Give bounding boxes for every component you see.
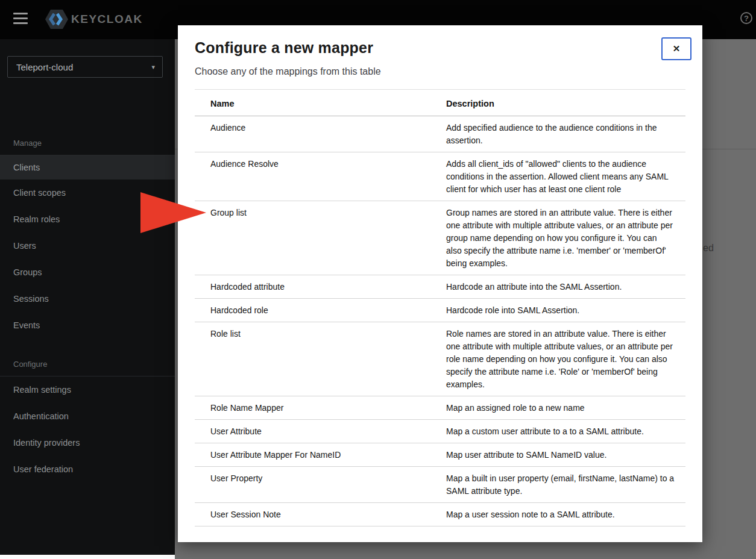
mapper-description: Map a built in user property (email, fir… (430, 467, 685, 503)
sidebar-item-users[interactable]: Users (0, 233, 175, 259)
mapper-description: Map a custom user attribute to a to a SA… (430, 420, 685, 443)
sidebar-item-clients[interactable]: Clients (0, 155, 175, 180)
mapper-row-user-attribute[interactable]: User AttributeMap a custom user attribut… (195, 420, 685, 443)
mapper-name: Role Name Mapper (195, 396, 430, 420)
mapper-description: Add specified audience to the audience c… (430, 116, 685, 152)
sidebar: Teleport-cloud ▾ ManageClientsClient sco… (0, 39, 175, 555)
mapper-row-audience[interactable]: AudienceAdd specified audience to the au… (195, 116, 685, 152)
sidebar-item-events[interactable]: Events (0, 312, 175, 339)
mapper-description: Adds all client_ids of "allowed" clients… (430, 152, 685, 201)
mapper-name: User Attribute Mapper For NameID (195, 443, 430, 467)
mapper-name: Audience (195, 116, 430, 152)
mapper-description: Map an assigned role to a new name (430, 396, 685, 420)
mapper-row-user-property[interactable]: User PropertyMap a built in user propert… (195, 467, 685, 503)
mapper-row-user-session-note[interactable]: User Session NoteMap a user session note… (195, 503, 685, 526)
mapper-name: Hardcoded attribute (195, 275, 430, 299)
mapper-description: Map a user session note to a SAML attrib… (430, 503, 685, 526)
realm-selector[interactable]: Teleport-cloud ▾ (7, 56, 163, 78)
viewport-bottom-strip (0, 555, 175, 559)
red-arrow-annotation (140, 192, 206, 233)
modal-title: Configure a new mapper (195, 39, 685, 57)
realm-selector-value: Teleport-cloud (16, 62, 73, 72)
mapper-name: Audience Resolve (195, 152, 430, 201)
column-header-description: Description (430, 90, 685, 116)
logo-text: KEYCLOAK (71, 13, 143, 26)
sidebar-item-realm-settings[interactable]: Realm settings (0, 376, 175, 403)
mapper-row-audience-resolve[interactable]: Audience ResolveAdds all client_ids of "… (195, 152, 685, 201)
keycloak-logo: KEYCLOAK (45, 8, 143, 30)
sidebar-item-authentication[interactable]: Authentication (0, 403, 175, 429)
configure-mapper-modal: ✕ Configure a new mapper Choose any of t… (178, 25, 702, 542)
mapper-name: User Session Note (195, 503, 430, 526)
mapper-description: Role names are stored in an attribute va… (430, 322, 685, 396)
sidebar-nav: ManageClientsClient scopesRealm rolesUse… (0, 110, 175, 482)
chevron-down-icon: ▾ (151, 63, 155, 71)
sidebar-section-configure: Configure (0, 358, 175, 370)
mapper-row-group-list[interactable]: Group listGroup names are stored in an a… (195, 201, 685, 275)
mapper-row-role-list[interactable]: Role listRole names are stored in an att… (195, 322, 685, 396)
mapper-name: Role list (195, 322, 430, 396)
mapper-name: Hardcoded role (195, 299, 430, 322)
mapper-row-role-name-mapper[interactable]: Role Name MapperMap an assigned role to … (195, 396, 685, 420)
mapper-name: User Attribute (195, 420, 430, 443)
close-icon[interactable]: ✕ (661, 37, 691, 60)
mapper-description: Map user attribute to SAML NameID value. (430, 443, 685, 467)
sidebar-item-user-federation[interactable]: User federation (0, 456, 175, 482)
column-header-name: Name (195, 90, 430, 116)
help-icon[interactable]: ? (740, 12, 752, 24)
sidebar-item-groups[interactable]: Groups (0, 259, 175, 286)
mapper-name: User Property (195, 467, 430, 503)
mapper-row-user-attribute-mapper-for-nameid[interactable]: User Attribute Mapper For NameIDMap user… (195, 443, 685, 467)
mapper-description: Hardcode an attribute into the SAML Asse… (430, 275, 685, 299)
background-text-fragment: ed (703, 243, 714, 254)
modal-subtitle: Choose any of the mappings from this tab… (195, 66, 685, 77)
mapper-table: Name Description AudienceAdd specified a… (195, 90, 685, 526)
mapper-description: Group names are stored in an attribute v… (430, 201, 685, 275)
mapper-row-hardcoded-role[interactable]: Hardcoded roleHardcode role into SAML As… (195, 299, 685, 322)
sidebar-item-sessions[interactable]: Sessions (0, 286, 175, 312)
mapper-name: Group list (195, 201, 430, 275)
sidebar-section-manage: Manage (0, 137, 175, 149)
mapper-row-hardcoded-attribute[interactable]: Hardcoded attributeHardcode an attribute… (195, 275, 685, 299)
keycloak-logo-icon (45, 8, 69, 30)
mapper-description: Hardcode role into SAML Assertion. (430, 299, 685, 322)
hamburger-menu-icon[interactable] (13, 13, 28, 25)
sidebar-item-identity-providers[interactable]: Identity providers (0, 429, 175, 456)
